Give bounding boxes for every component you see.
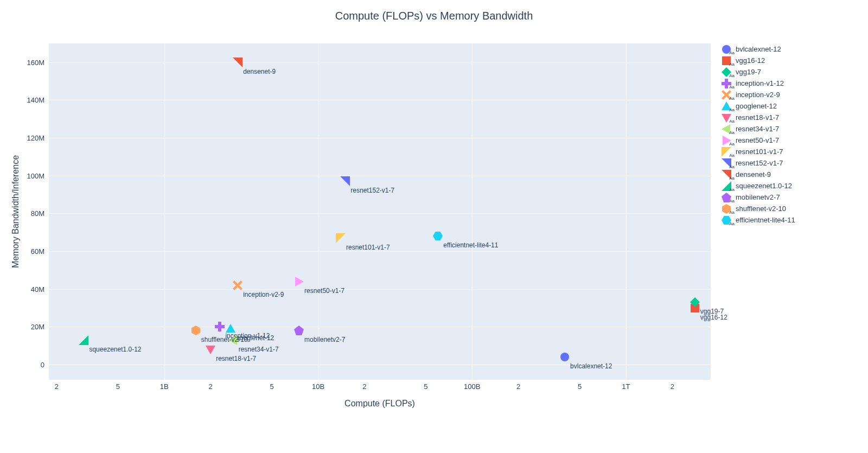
svg-marker-9	[336, 233, 346, 243]
chart-title: Compute (FLOPs) vs Memory Bandwidth	[0, 0, 868, 22]
gridline-h	[49, 176, 711, 176]
gridline-h	[49, 138, 711, 138]
svg-marker-10	[340, 176, 350, 186]
x-tick-label: 2	[362, 382, 366, 391]
legend-swatch: Aa	[722, 193, 733, 202]
legend-swatch: Aa	[722, 204, 733, 214]
data-point-label: inception-v2-9	[243, 291, 284, 298]
text-glyph-icon: Aa	[729, 50, 735, 55]
gridline-h	[49, 213, 711, 214]
y-tick-label: 40M	[0, 285, 44, 293]
legend-label: densenet-9	[736, 170, 771, 178]
marker-icon	[560, 352, 570, 362]
text-glyph-icon: Aa	[729, 153, 735, 158]
svg-marker-3	[215, 322, 225, 331]
legend-item-resnet101-v1-7[interactable]: Aaresnet101-v1-7	[722, 146, 795, 157]
marker-icon	[690, 297, 700, 307]
text-glyph-icon: Aa	[729, 221, 735, 226]
x-tick-label: 5	[270, 382, 273, 391]
data-point-label: resnet101-v1-7	[346, 244, 390, 251]
legend-label: resnet152-v1-7	[736, 159, 783, 167]
legend-item-resnet50-v1-7[interactable]: Aaresnet50-v1-7	[722, 135, 795, 146]
marker-icon	[79, 335, 88, 345]
legend-label: resnet101-v1-7	[736, 148, 783, 156]
legend-item-resnet152-v1-7[interactable]: Aaresnet152-v1-7	[722, 157, 795, 169]
legend-item-inception-v2-9[interactable]: Aainception-v2-9	[722, 89, 795, 100]
legend-item-densenet-9[interactable]: Aadensenet-9	[722, 169, 795, 180]
gridline-h	[49, 251, 711, 252]
legend-swatch: Aa	[722, 113, 733, 123]
marker-icon	[294, 277, 304, 286]
legend-item-inception-v1-12[interactable]: Aainception-v1-12	[722, 78, 795, 89]
plot-area[interactable]: bvlcalexnet-12vgg16-12vgg19-7inception-v…	[49, 43, 711, 380]
legend-item-googlenet-12[interactable]: Aagooglenet-12	[722, 100, 795, 112]
x-tick-label: 2	[516, 382, 520, 391]
x-tick-label: 1B	[160, 382, 169, 391]
x-tick-label: 2	[671, 382, 674, 391]
legend-swatch: Aa	[722, 90, 733, 100]
svg-point-0	[560, 353, 569, 361]
legend-item-shufflenet-v2-10[interactable]: Aashufflenet-v2-10	[722, 203, 795, 214]
text-glyph-icon: Aa	[729, 164, 735, 169]
x-tick-label: 5	[578, 382, 582, 391]
text-glyph-icon: Aa	[729, 85, 735, 90]
y-tick-label: 20M	[0, 323, 44, 331]
marker-icon	[233, 280, 242, 290]
data-point-label: vgg19-7	[700, 308, 724, 315]
legend-swatch: Aa	[722, 170, 733, 180]
legend-label: resnet50-v1-7	[736, 136, 779, 144]
gridline-v	[164, 43, 165, 380]
svg-marker-4	[233, 280, 242, 290]
legend-swatch: Aa	[722, 79, 733, 88]
legend-label: efficientnet-lite4-11	[736, 216, 795, 224]
legend-label: resnet34-v1-7	[736, 125, 779, 133]
legend-item-efficientnet-lite4-11[interactable]: Aaefficientnet-lite4-11	[722, 214, 795, 226]
legend-item-vgg16-12[interactable]: Aavgg16-12	[722, 55, 795, 66]
text-glyph-icon: Aa	[729, 199, 735, 203]
svg-marker-13	[294, 326, 304, 335]
legend-label: bvlcalexnet-12	[736, 45, 781, 53]
legend-item-vgg19-7[interactable]: Aavgg19-7	[722, 66, 795, 78]
gridline-h	[49, 100, 711, 100]
marker-icon	[233, 58, 242, 67]
legend-item-mobilenetv2-7[interactable]: Aamobilenetv2-7	[722, 192, 795, 203]
marker-icon	[433, 231, 443, 241]
x-tick-label: 10B	[312, 382, 324, 391]
text-glyph-icon: Aa	[729, 210, 735, 215]
text-glyph-icon: Aa	[729, 119, 735, 124]
legend-swatch: Aa	[722, 56, 733, 66]
legend-label: googlenet-12	[736, 102, 777, 110]
data-point-label: densenet-9	[243, 68, 276, 75]
legend-label: resnet18-v1-7	[736, 113, 779, 122]
data-point-label: shufflenet-v2-10	[201, 336, 248, 343]
legend-label: shufflenet-v2-10	[736, 205, 786, 213]
svg-marker-12	[79, 335, 88, 345]
legend-swatch: Aa	[722, 147, 733, 157]
svg-marker-6	[206, 346, 215, 354]
y-tick-label: 120M	[0, 134, 44, 142]
gridline-v	[626, 43, 627, 380]
legend-swatch: Aa	[722, 44, 733, 54]
legend-item-resnet34-v1-7[interactable]: Aaresnet34-v1-7	[722, 123, 795, 135]
svg-marker-14	[192, 326, 200, 335]
x-tick-label: 100B	[464, 382, 480, 391]
gridline-h	[49, 289, 711, 290]
marker-icon	[336, 233, 346, 243]
legend-swatch: Aa	[722, 181, 733, 191]
legend-swatch: Aa	[722, 124, 733, 134]
svg-marker-8	[295, 277, 304, 286]
data-point-label: efficientnet-lite4-11	[443, 241, 498, 249]
legend-item-bvlcalexnet-12[interactable]: Aabvlcalexnet-12	[722, 43, 795, 55]
legend-item-resnet18-v1-7[interactable]: Aaresnet18-v1-7	[722, 112, 795, 123]
x-axis-title: Compute (FLOPs)	[49, 399, 711, 409]
legend-item-squeezenet1.0-12[interactable]: Aasqueezenet1.0-12	[722, 180, 795, 192]
text-glyph-icon: Aa	[729, 73, 735, 78]
data-point-label: bvlcalexnet-12	[570, 362, 612, 370]
legend-label: vgg19-7	[736, 68, 761, 76]
y-tick-label: 80M	[0, 209, 44, 218]
text-glyph-icon: Aa	[729, 142, 735, 146]
legend-label: squeezenet1.0-12	[736, 182, 792, 190]
legend[interactable]: Aabvlcalexnet-12Aavgg16-12Aavgg19-7Aainc…	[722, 43, 795, 226]
x-tick-label: 2	[55, 382, 59, 391]
gridline-v	[472, 43, 473, 380]
